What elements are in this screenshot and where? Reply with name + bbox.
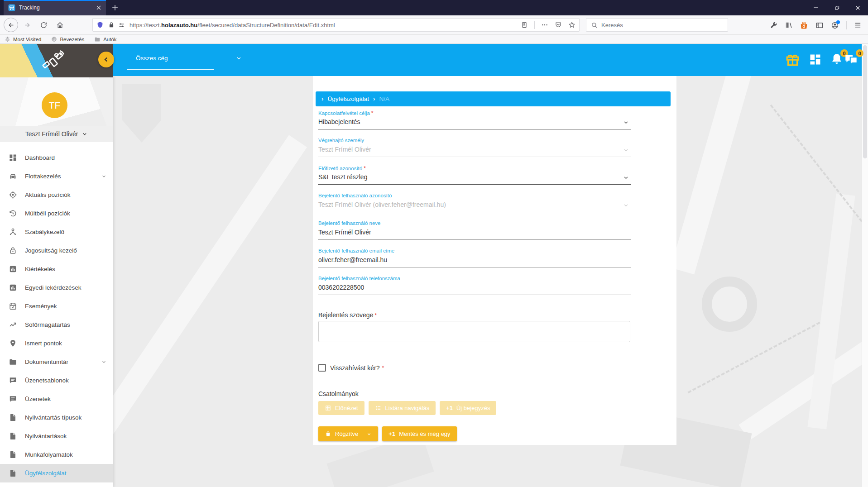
chevron-left-icon (102, 56, 110, 63)
chevron-down-icon[interactable] (366, 431, 372, 437)
preview-button: Előnézet (318, 401, 364, 415)
bookmark-star-icon[interactable] (568, 21, 575, 29)
sidebar-item-kiertekeles[interactable]: Kiértékelés (0, 260, 113, 278)
field-vegrehajto-szemely: Végrehajtó személy Teszt Frímél Olivér (318, 138, 631, 160)
tab-bar: Tracking (0, 0, 868, 15)
field-bejelento-felhasznalo-telefonszama[interactable]: Bejelentő felhasználó telefonszáma 00362… (318, 276, 631, 298)
search-bar[interactable]: Keresés (586, 18, 728, 32)
scrollbar-thumb[interactable] (863, 45, 867, 158)
satellite-logo-icon (42, 49, 65, 73)
chevron-down-icon[interactable] (235, 55, 242, 62)
sidebar-toggle-icon[interactable] (815, 21, 824, 29)
gift-icon[interactable] (784, 51, 801, 68)
restore-button[interactable] (826, 0, 847, 15)
sidebar-item-dashboard[interactable]: Dashboard (0, 148, 113, 167)
menu-hamburger-icon[interactable] (854, 21, 862, 29)
lock-icon (9, 246, 17, 255)
sidebar-item-multbeli-poziciok[interactable]: Múltbéli pozíciók (0, 204, 113, 223)
sidebar-item-ugyfelszolgalat[interactable]: Ügyfélszolgálat (0, 464, 113, 482)
chevron-down-icon[interactable] (623, 174, 629, 181)
chevron-down-icon[interactable] (623, 119, 629, 126)
bookmark-bevezetes[interactable]: Bevezetés (51, 36, 84, 42)
sidebar-item-jogosultsag-kezelo[interactable]: Jogosultság kezelő (0, 241, 113, 260)
sidebar-item-szabalykezelo[interactable]: Szabálykezelő (0, 223, 113, 241)
new-tab-button[interactable] (110, 3, 120, 12)
field-bejelento-felhasznalo-email[interactable]: Bejelentő felhasználó email címe oliver.… (318, 248, 631, 271)
lock-icon[interactable] (108, 22, 115, 28)
notifications-button[interactable]: 0 (830, 52, 844, 67)
user-menu[interactable]: Teszt Frímél Olivér (0, 126, 113, 142)
bookmark-autok-folder[interactable]: Autók (94, 36, 116, 43)
page-actions-icon[interactable] (541, 21, 548, 29)
field-value[interactable]: 0036202228500 (318, 284, 364, 291)
tab-title: Tracking (19, 5, 95, 11)
apps-grid-icon[interactable] (808, 52, 823, 67)
field-value[interactable]: Teszt Frímél Olivér (318, 229, 371, 236)
sidebar-item-flottakezeles[interactable]: Flottakezelés (0, 167, 113, 186)
chevron-down-icon (623, 147, 629, 153)
map-road (671, 76, 753, 274)
company-selector[interactable]: Összes cég (136, 55, 168, 62)
car-icon (9, 172, 17, 181)
callback-row: Visszahívást kér? * (318, 364, 384, 372)
store-addon-icon[interactable] (800, 21, 808, 29)
file-icon (9, 413, 17, 422)
tracking-protection-shield-icon[interactable] (96, 21, 104, 29)
new-entry-button: +1 Új bejegyzés (440, 401, 496, 415)
app-header: Összes cég 0 0 (0, 44, 862, 76)
sidebar-collapse-button[interactable] (98, 52, 114, 67)
sidebar-item-nyilvantartasok[interactable]: Nyilvántartások (0, 427, 113, 445)
account-button[interactable] (831, 21, 839, 29)
url-bar[interactable]: https://teszt.holazauto.hu/fleet/secured… (92, 18, 580, 32)
page-scrollbar[interactable] (862, 44, 868, 487)
bookmark-most-visited[interactable]: Most Visited (5, 36, 41, 42)
sidebar-item-dokumentumtar[interactable]: Dokumentumtár (0, 353, 113, 371)
sidebar-item-ismert-pontok[interactable]: Ismert pontok (0, 334, 113, 353)
messages-button[interactable]: 0 (843, 52, 859, 68)
map-road (807, 193, 855, 429)
close-button[interactable] (847, 0, 868, 15)
breadcrumb-section[interactable]: Ügyfélszolgálat (328, 95, 369, 102)
file-icon (9, 469, 17, 477)
permissions-icon[interactable] (118, 22, 125, 29)
library-icon[interactable] (785, 21, 792, 29)
form-actions: Rögzítve +1 Mentés és még egy (318, 426, 457, 441)
divider (846, 21, 847, 29)
reload-button[interactable] (40, 21, 48, 29)
sidebar-item-egyedi-lekerdezesek[interactable]: Egyedi lekérdezések (0, 278, 113, 297)
sidebar-item-munkafolyamatok[interactable]: Munkafolyamatok (0, 445, 113, 464)
field-kapcsolatfelvetel-celja[interactable]: Kapcsolatfelvétel célja* Hibabejelentés (318, 110, 631, 133)
field-elofizeto-azonosito[interactable]: Előfizető azonosító* S&L teszt részleg (318, 165, 631, 188)
divider (534, 21, 535, 29)
map-watermark (122, 84, 161, 143)
sidebar-item-esemenyek[interactable]: Események (0, 297, 113, 315)
save-and-new-button[interactable]: +1 Mentés és még egy (382, 426, 456, 441)
list-icon (375, 405, 382, 411)
avatar[interactable]: TF (42, 92, 67, 118)
forward-button[interactable] (24, 21, 31, 29)
sidebar-item-nyilvantartas-tipusok[interactable]: Nyilvántartás típusok (0, 408, 113, 427)
field-value[interactable]: oliver.feher@freemail.hu (318, 256, 387, 263)
field-label: Bejelentő felhasználó azonosító (318, 193, 392, 198)
reader-mode-icon[interactable] (521, 21, 528, 29)
home-button[interactable] (56, 21, 64, 29)
user-name: Teszt Frímél Olivér (25, 130, 78, 138)
history-icon (9, 209, 17, 218)
user-panel: TF Teszt Frímél Olivér (0, 76, 113, 142)
folder-icon (94, 36, 101, 43)
minimize-button[interactable] (806, 0, 826, 15)
tab-close-icon[interactable] (95, 4, 102, 11)
back-button[interactable] (4, 18, 18, 32)
pocket-icon[interactable] (555, 21, 562, 29)
field-bejelento-felhasznalo-neve[interactable]: Bejelentő felhasználó neve Teszt Frímél … (318, 220, 631, 243)
callback-checkbox[interactable] (318, 364, 326, 372)
wrench-icon[interactable] (770, 21, 777, 29)
sidebar-item-soformagatartas[interactable]: Sofőrmagatartás (0, 315, 113, 334)
sidebar-item-uzenetek[interactable]: Üzenetek (0, 390, 113, 408)
save-button[interactable]: Rögzítve (318, 426, 378, 441)
message-textarea[interactable] (318, 321, 630, 342)
browser-tab[interactable]: Tracking (4, 0, 106, 15)
sidebar-item-uzenetsablonok[interactable]: Üzenetsablonok (0, 371, 113, 390)
account-notification-dot (836, 20, 840, 24)
sidebar-item-aktualis-poziciok[interactable]: Aktuális pozíciók (0, 186, 113, 204)
